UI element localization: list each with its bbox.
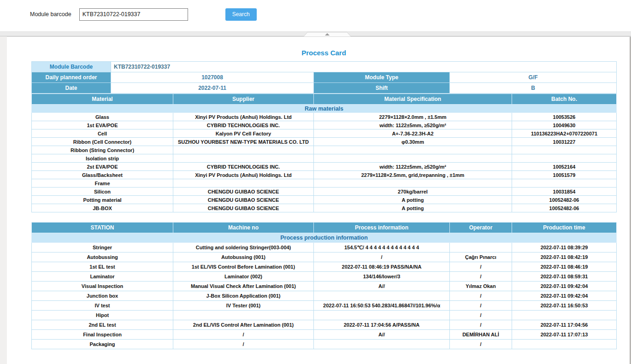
column-header-batch-no: Batch No. (512, 94, 617, 105)
table-cell: Potting material (32, 196, 173, 204)
table-cell: 2st EVA/POE (32, 163, 173, 171)
column-header-station: STATION (32, 223, 173, 233)
table-cell: Glass/Backsheet (32, 171, 173, 179)
table-cell (512, 154, 617, 163)
table-row: 1st EL test1st EL/VIS Control Before Lam… (32, 262, 617, 272)
section-band-row: Process production information (32, 233, 617, 243)
table-cell: / (173, 340, 314, 349)
table-cell: A// (314, 330, 450, 340)
date-header-cell: Date (32, 83, 111, 94)
table-cell: Final Inspection (32, 330, 173, 340)
module-barcode-input[interactable] (79, 8, 188, 21)
table-cell: CYBRID TECHNOLOGIES INC. (173, 121, 314, 129)
table-cell: 2022-07-11 08:59:31 (512, 272, 617, 282)
table-cell: Packaging (32, 340, 173, 349)
table-cell: width: 1122±5mm, ≥520g/m² (314, 163, 512, 171)
table-cell: Isolation strip (32, 154, 173, 163)
table-row: SiliconCHENGDU GUIBAO SCIENCE270kg/barre… (32, 188, 617, 196)
table-cell: 2022-07-11 08:46:19 PASS/NA/NA (314, 262, 450, 272)
table-cell: J-Box Silicon Application (001) (173, 291, 314, 301)
table-cell: Visual Inspection (32, 282, 173, 291)
table-cell (314, 311, 450, 320)
table-cell: Ribbon (Cell Connector) (32, 138, 173, 146)
table-cell: 2022-07-11 09:42:04 (512, 282, 617, 291)
table-cell: width: 1122±5mm, ≥520g/m² (314, 121, 512, 129)
column-header-process-information: Process information (314, 223, 450, 233)
table-cell: 2279×1128×2.0mm , ±1.5mm (314, 113, 512, 121)
table-cell: Stringer (32, 243, 173, 252)
table-cell (512, 340, 617, 349)
table-cell: 2022-07-11 16:50:53 540.283/41.86847//10… (314, 301, 450, 311)
splitter-collapse-handle[interactable] (303, 31, 352, 36)
table-row: Potting materialCHENGDU GUIBAO SCIENCEA … (32, 196, 617, 204)
table-cell: Laminator (002) (173, 272, 314, 282)
table-cell (173, 179, 314, 188)
table-row: Junction boxJ-Box Silicon Application (0… (32, 291, 617, 301)
table-cell: Glass (32, 113, 173, 121)
table-cell: Frame (32, 179, 173, 188)
panel-splitter (0, 29, 631, 36)
search-toolbar: Module barcode Search (0, 0, 631, 29)
table-cell: 154.5℃/ 4 4 4 4 4 4 4 4 4 4 4 4 4 (314, 243, 450, 252)
column-header-machine-no: Machine no (173, 223, 314, 233)
table-header-row: Material Supplier Material Specification… (32, 94, 617, 105)
table-row: Hipot/ (32, 311, 617, 320)
table-cell: CHENGDU GUIBAO SCIENCE (173, 196, 314, 204)
table-cell: 2022-07-11 17:04:56 (512, 320, 617, 330)
daily-planned-order-header-cell: Daily planned order (32, 72, 111, 83)
table-cell: Cell (32, 129, 173, 138)
table-cell: 10052482-06 (512, 196, 617, 204)
table-row: Visual InspectionManual Visual Check Aft… (32, 282, 617, 291)
table-cell: 1st EVA/POE (32, 121, 173, 129)
table-cell: Kalyon PV Cell Factory (173, 129, 314, 138)
table-cell: / (450, 272, 512, 282)
table-cell: / (450, 311, 512, 320)
table-row: Module Barcode KTB72310722-019337 (32, 62, 617, 72)
column-header-material: Material (32, 94, 173, 105)
table-cell: 10051579 (512, 171, 617, 179)
module-type-value-cell: G/F (450, 72, 617, 83)
table-cell: CHENGDU GUIBAO SCIENCE (173, 204, 314, 212)
table-row: Ribbon (String Connector) (32, 146, 617, 154)
table-cell: 1st EL/VIS Control Before Lamination (00… (173, 262, 314, 272)
table-row: Daily planned order 1027008 Module Type … (32, 72, 617, 83)
table-cell: 2nd EL test (32, 320, 173, 330)
table-cell: 2279×1128×2.5mm, grid,trepanning , ±1mm (314, 171, 512, 179)
daily-planned-order-value-cell: 1027008 (111, 72, 314, 83)
table-cell: / (173, 330, 314, 340)
table-cell: φ0.30mm (314, 138, 512, 146)
table-cell (314, 340, 450, 349)
shift-header-cell: Shift (314, 83, 450, 94)
table-cell (314, 154, 512, 163)
table-cell: 2022-07-11 08:42:19 (512, 252, 617, 262)
table-cell: Silicon (32, 188, 173, 196)
table-row: Isolation strip (32, 154, 617, 163)
search-button[interactable]: Search (225, 8, 257, 21)
table-cell: Laminator (32, 272, 173, 282)
table-cell: 2022-07-11 16:50:53 (512, 301, 617, 311)
table-cell (314, 179, 512, 188)
table-row: GlassXinyi PV Products (Anhui) Holdings.… (32, 113, 617, 121)
table-cell: Autobussing (32, 252, 173, 262)
table-cell: 2022-07-11 17:07:13 (512, 330, 617, 340)
process-production-table: Process production information STATION M… (31, 222, 617, 349)
raw-materials-section-title: Raw materials (32, 105, 617, 113)
process-card-panel: Process Card Module Barcode KTB72310722-… (7, 36, 631, 364)
table-row: Date 2022-07-11 Shift B (32, 83, 617, 94)
table-cell (512, 146, 617, 154)
table-cell: 10049630 (512, 121, 617, 129)
table-cell: Cutting and soldering Stringer(003-004) (173, 243, 314, 252)
column-header-material-specification: Material Specification (314, 94, 512, 105)
table-cell: / (450, 301, 512, 311)
table-cell: A// (314, 282, 450, 291)
table-cell (450, 243, 512, 252)
section-band-row: Raw materials (32, 105, 617, 113)
table-row: StringerCutting and soldering Stringer(0… (32, 243, 617, 252)
table-cell: Hipot (32, 311, 173, 320)
table-row: 2nd EL test2nd EL/VIS Control After Lami… (32, 320, 617, 330)
table-cell (173, 146, 314, 154)
table-cell: IV test (32, 301, 173, 311)
table-cell: CYBRID TECHNOLOGIES INC. (173, 163, 314, 171)
table-row: JB-BOXCHENGDU GUIBAO SCIENCEA potting100… (32, 204, 617, 212)
main-area: Process Card Module Barcode KTB72310722-… (0, 36, 631, 364)
